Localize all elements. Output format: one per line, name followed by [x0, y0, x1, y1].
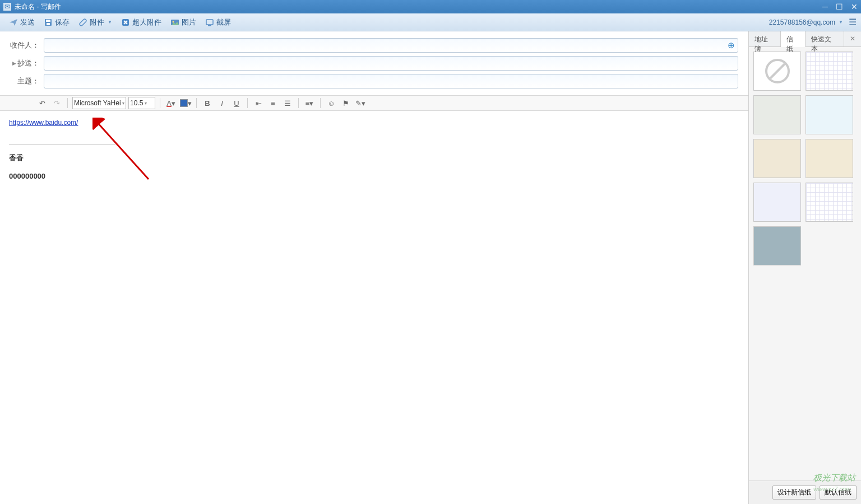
- stationery-item[interactable]: [753, 183, 801, 222]
- window-title: 未命名 - 写邮件: [15, 2, 61, 12]
- close-button[interactable]: ✕: [851, 2, 858, 11]
- align-button[interactable]: ≡▾: [303, 97, 316, 109]
- header-fields: 收件人： ⊕ ▶抄送： 主题：: [0, 31, 748, 95]
- stationery-none[interactable]: [753, 52, 801, 91]
- expand-cc-icon[interactable]: ▶: [12, 60, 16, 66]
- svg-rect-1: [46, 20, 50, 22]
- format-toolbar: ↶ ↷ Microsoft YaHei▾ 10.5▾ A▾ ▾ B I U ⇤ …: [0, 95, 748, 111]
- stationery-grid: [749, 47, 861, 480]
- maximize-button[interactable]: ☐: [836, 2, 843, 11]
- big-attach-button[interactable]: 超大附件: [117, 16, 166, 29]
- body-link[interactable]: https://www.baidu.com/: [9, 119, 78, 127]
- more-format-button[interactable]: ✎▾: [354, 97, 367, 109]
- image-icon: [170, 18, 179, 27]
- font-color-button[interactable]: A▾: [165, 97, 177, 109]
- stationery-item[interactable]: [753, 139, 801, 178]
- emoji-button[interactable]: ☺: [325, 97, 337, 109]
- add-recipient-icon[interactable]: ⊕: [728, 40, 735, 50]
- undo-button[interactable]: ↶: [36, 97, 48, 109]
- cc-input[interactable]: [44, 56, 738, 71]
- stationery-item[interactable]: [753, 95, 801, 134]
- save-button[interactable]: 保存: [39, 16, 74, 29]
- main-toolbar: 发送 保存 附件 ▼ 超大附件 图片 截屏 2215788156@qq.com …: [0, 13, 861, 31]
- big-attach-icon: [121, 18, 130, 27]
- image-button[interactable]: 图片: [166, 16, 201, 29]
- font-size-select[interactable]: 10.5▾: [128, 97, 155, 109]
- tab-stationery[interactable]: 信纸: [781, 31, 806, 47]
- tab-quicktext[interactable]: 快速文本: [806, 31, 844, 46]
- svg-rect-2: [47, 23, 50, 25]
- design-stationery-button[interactable]: 设计新信纸: [772, 486, 816, 500]
- minimize-button[interactable]: ─: [822, 2, 828, 11]
- font-select[interactable]: Microsoft YaHei▾: [72, 97, 126, 109]
- cc-label: 抄送：: [17, 58, 39, 68]
- attach-button[interactable]: 附件 ▼: [74, 16, 117, 29]
- editor-area[interactable]: https://www.baidu.com/ 香香 000000000: [0, 111, 748, 504]
- app-icon: ✉: [3, 3, 11, 11]
- stationery-item[interactable]: [806, 52, 853, 91]
- send-icon: [9, 18, 18, 27]
- account-dropdown[interactable]: 2215788156@qq.com ▼: [769, 18, 843, 26]
- tab-contacts[interactable]: 地址簿: [749, 31, 781, 46]
- menu-icon[interactable]: ☰: [849, 17, 857, 27]
- screenshot-button[interactable]: 截屏: [201, 16, 235, 29]
- flag-button[interactable]: ⚑: [340, 97, 352, 109]
- svg-line-8: [97, 122, 149, 179]
- save-icon: [44, 18, 53, 27]
- subject-input[interactable]: [44, 74, 738, 88]
- default-stationery-button[interactable]: 默认信纸: [820, 486, 857, 500]
- svg-rect-7: [208, 25, 211, 26]
- chevron-down-icon: ▼: [108, 20, 112, 25]
- outdent-button[interactable]: ⇤: [252, 97, 265, 109]
- unordered-list-button[interactable]: ☰: [281, 97, 294, 109]
- send-button[interactable]: 发送: [4, 16, 39, 29]
- title-bar: ✉ 未命名 - 写邮件 ─ ☐ ✕: [0, 0, 861, 13]
- italic-button[interactable]: I: [216, 97, 228, 109]
- stationery-item[interactable]: [753, 226, 801, 265]
- screenshot-icon: [205, 18, 214, 27]
- ordered-list-button[interactable]: ≡: [267, 97, 279, 109]
- bold-button[interactable]: B: [201, 97, 214, 109]
- to-input[interactable]: [44, 38, 738, 53]
- signature-name: 香香: [9, 153, 739, 163]
- subject-label: 主题：: [6, 76, 39, 86]
- stationery-item[interactable]: [806, 183, 853, 222]
- chevron-down-icon: ▼: [839, 20, 843, 25]
- stationery-item[interactable]: [806, 95, 853, 134]
- close-panel-button[interactable]: ✕: [844, 31, 861, 46]
- stationery-item[interactable]: [806, 139, 853, 178]
- to-label: 收件人：: [6, 40, 39, 50]
- underline-button[interactable]: U: [230, 97, 243, 109]
- redo-button[interactable]: ↷: [50, 97, 63, 109]
- highlight-button[interactable]: ▾: [179, 97, 192, 109]
- right-panel: 地址簿 信纸 快速文本 ✕ 设计新信纸 默认信纸: [749, 31, 861, 504]
- paperclip-icon: [78, 18, 87, 27]
- svg-rect-6: [206, 20, 213, 25]
- signature-phone: 000000000: [9, 172, 739, 180]
